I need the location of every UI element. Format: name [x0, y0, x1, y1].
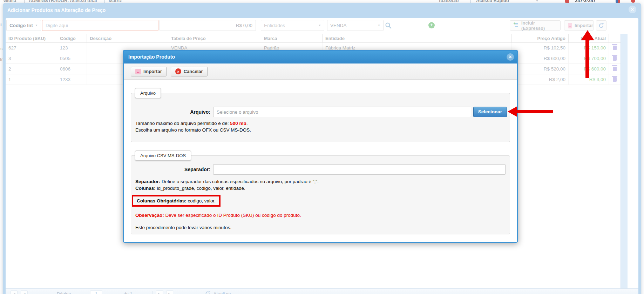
column-header[interactable]: Descrição — [87, 34, 168, 42]
price-table-select-label: VENDA — [330, 23, 347, 28]
cell-sku: 627 — [6, 43, 57, 53]
duration-note: Este procedimento pode levar vários minu… — [135, 224, 231, 231]
max-size-note-text: Tamanho máximo do arquivo permitido é de… — [135, 121, 230, 126]
close-icon[interactable]: × — [507, 53, 514, 61]
colunas-description: Colunas: id_produto_grade, codigo, valor… — [135, 185, 245, 192]
delete-icon[interactable] — [613, 46, 617, 50]
arquivo-fieldset: Arquivo: Selecionar Tamanho máximo do ar… — [131, 93, 510, 142]
selecionar-button[interactable]: Selecionar — [473, 107, 507, 117]
separador-field-label: Separador: — [131, 167, 210, 172]
tab-arquivo[interactable]: Arquivo — [135, 88, 161, 98]
price-input[interactable] — [160, 20, 256, 31]
importar-button[interactable]: ← Importar — [131, 67, 167, 76]
chevron-down-icon: ▼ — [35, 24, 38, 27]
required-columns-text: codigo, valor. — [187, 198, 216, 203]
importar-button-outer[interactable]: ← Importar — [564, 20, 594, 31]
import-window-header: Importação Produto × — [124, 51, 517, 64]
refresh-button[interactable] — [596, 20, 606, 31]
cancel-icon: × — [175, 68, 181, 74]
cell-sku: 2 — [6, 64, 57, 74]
page-label: Página — [57, 291, 71, 294]
first-page-button[interactable]: ◀ — [11, 290, 18, 294]
column-header[interactable]: Entidade — [323, 34, 512, 42]
delete-icon[interactable] — [613, 67, 617, 71]
chevron-down-icon: ▼ — [378, 24, 380, 27]
background-notification-icon — [631, 0, 635, 3]
close-icon[interactable]: × — [629, 6, 636, 13]
cell-codigo: 1233 — [57, 74, 87, 85]
importar-label: Importar — [575, 23, 593, 28]
refresh-icon[interactable] — [205, 291, 210, 294]
cell-codigo: 0606 — [57, 64, 87, 74]
cell-actions — [609, 64, 621, 74]
observacao-bold: Observação: — [135, 213, 164, 218]
divider — [152, 291, 153, 294]
arquivo-file-input[interactable] — [213, 107, 471, 117]
pagination-bar: ◀ ◀ Página de 1 ▶ ▶ Atualizar — [6, 288, 638, 294]
required-columns-highlight: Colunas Obrigatórias: codigo, valor. — [132, 195, 221, 207]
window-title: Adicionar Produtos na Alteração de Preço — [7, 7, 106, 13]
price-table-select[interactable]: VENDA ▼ — [327, 20, 384, 31]
cell-preco-antigo: R$ 102,50 — [512, 43, 569, 53]
import-toolbar: ← Importar × Cancelar — [124, 64, 517, 80]
cell-codigo: 123 — [57, 43, 87, 53]
column-header[interactable]: Tabela de Preço — [168, 34, 261, 42]
background-alert-icon — [565, 0, 569, 3]
list-add-icon — [514, 22, 519, 29]
cell-preco-antigo: R$ 2,00 — [512, 74, 569, 85]
entities-select-label: Entidades — [264, 23, 285, 28]
cell-preco-antigo: R$ 600,00 — [512, 53, 569, 64]
search-input[interactable] — [42, 20, 158, 31]
delete-icon[interactable] — [613, 77, 617, 82]
last-page-button[interactable]: ▶ — [166, 290, 173, 294]
separador-input[interactable] — [213, 164, 506, 175]
column-header[interactable]: Marca — [261, 34, 323, 42]
divider — [194, 291, 194, 294]
import-body: Arquivo Arquivo: Selecionar Tamanho máxi… — [124, 80, 517, 242]
background-fragment: c — [0, 46, 3, 51]
refresh-label[interactable]: Atualizar — [213, 291, 231, 294]
column-header[interactable]: Preço Antigo — [512, 34, 569, 42]
search-field-selector[interactable]: Código Int ▼ — [6, 20, 41, 31]
column-header[interactable]: ID Produto (SKU) — [6, 34, 57, 42]
next-page-button[interactable]: ▶ — [156, 290, 163, 294]
importar-label: Importar — [143, 69, 162, 74]
separador-description: Separador: Define o separador das coluna… — [135, 178, 319, 185]
add-icon[interactable]: + — [428, 22, 435, 28]
prev-page-button[interactable]: ◀ — [21, 290, 28, 294]
format-note: Escolha um arquivo no formato OFX ou CSV… — [135, 127, 251, 133]
import-arrow-icon: ← — [568, 23, 572, 28]
annotation-arrow-up-head — [581, 30, 594, 40]
max-size-value: 500 mb — [230, 121, 246, 126]
incluir-expresso-label: Incluir (Expresso) — [521, 20, 557, 31]
import-window: Importação Produto × ← Importar × Cancel… — [123, 50, 518, 243]
delete-icon[interactable] — [613, 56, 617, 61]
cell-actions — [609, 53, 621, 64]
annotation-arrow-up-shaft — [585, 40, 589, 78]
chevron-down-icon: ▼ — [318, 24, 321, 27]
background-fragment: í — [0, 22, 2, 27]
chevron-down-icon: ▼ — [536, 0, 538, 2]
page-input[interactable] — [90, 290, 102, 294]
observacao-note: Observação: Deve ser especificado o ID P… — [135, 212, 301, 219]
import-window-title: Importação Produto — [128, 54, 175, 60]
entities-select[interactable]: Entidades ▼ — [261, 20, 324, 31]
column-header[interactable]: Código — [57, 34, 87, 42]
required-columns-bold: Colunas Obrigatórias: — [137, 198, 187, 203]
separador-description-bold: Separador: — [135, 179, 160, 184]
tab-arquivo-csv[interactable]: Arquivo CSV MS-DOS — [135, 151, 191, 161]
grid-header-row: ID Produto (SKU) Código Descrição Tabela… — [6, 34, 621, 43]
import-arrow-icon: ← — [135, 69, 141, 74]
incluir-expresso-button[interactable]: Incluir (Expresso) — [510, 20, 561, 31]
observacao-text: Deve ser especificado o ID Produto (SKU)… — [164, 213, 301, 218]
csv-fieldset: Separador: Separador: Define o separador… — [131, 155, 510, 234]
grid-scrollbar[interactable] — [621, 34, 628, 288]
annotation-arrow-left-shaft — [517, 110, 553, 113]
cell-codigo: 0505 — [57, 53, 87, 64]
cell-actions — [609, 74, 621, 85]
cancelar-button[interactable]: × Cancelar — [171, 67, 208, 76]
annotation-arrow-left-head — [508, 106, 517, 117]
background-flag-icon — [616, 0, 620, 3]
search-icon[interactable] — [385, 22, 392, 30]
cell-preco-antigo: R$ 520,00 — [512, 64, 569, 74]
